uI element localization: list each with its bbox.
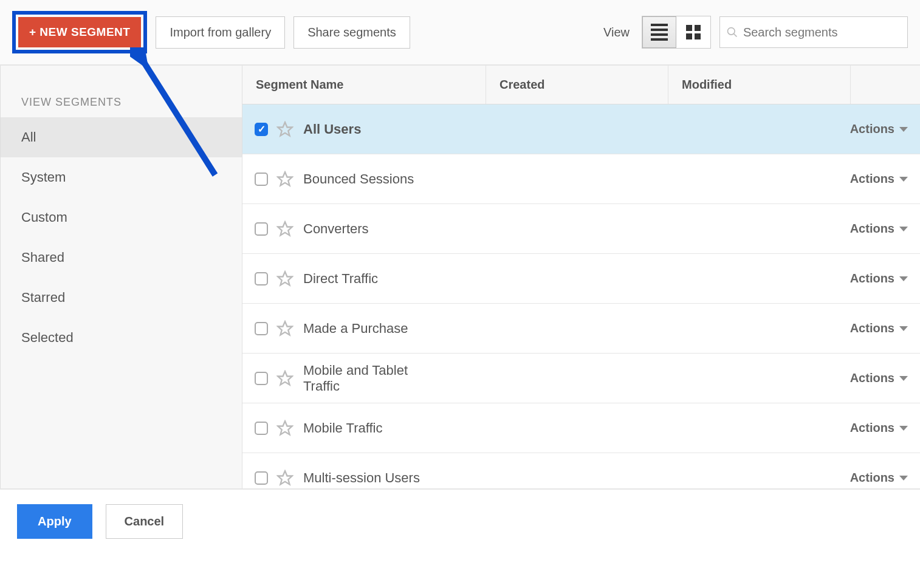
chevron-down-icon xyxy=(899,127,908,132)
import-gallery-button[interactable]: Import from gallery xyxy=(156,16,285,49)
sidebar-item-custom[interactable]: Custom xyxy=(1,197,242,238)
svg-line-1 xyxy=(733,33,736,36)
star-icon[interactable] xyxy=(276,171,294,188)
row-checkbox[interactable] xyxy=(255,222,268,236)
column-headers: Segment Name Created Modified xyxy=(242,66,920,104)
sidebar-item-system[interactable]: System xyxy=(1,157,242,197)
view-label: View xyxy=(603,26,630,39)
search-icon xyxy=(726,26,738,39)
segment-rows: ✓All UsersActionsBounced SessionsActions… xyxy=(242,104,920,488)
segment-name: Made a Purchase xyxy=(303,321,408,337)
star-icon[interactable] xyxy=(276,121,294,138)
svg-marker-8 xyxy=(278,421,292,434)
col-actions xyxy=(850,66,920,104)
sidebar-item-all[interactable]: All xyxy=(1,117,242,157)
new-segment-highlight: + NEW SEGMENT xyxy=(12,11,147,53)
star-icon[interactable] xyxy=(276,270,294,287)
view-toggle xyxy=(642,16,711,49)
segment-name: Direct Traffic xyxy=(303,271,378,287)
star-icon[interactable] xyxy=(276,420,294,437)
actions-menu[interactable]: Actions xyxy=(850,321,908,335)
actions-menu[interactable]: Actions xyxy=(850,222,908,236)
chevron-down-icon xyxy=(899,476,908,480)
main: VIEW SEGMENTS AllSystemCustomSharedStarr… xyxy=(0,66,920,488)
actions-menu[interactable]: Actions xyxy=(850,371,908,385)
table-row[interactable]: Mobile TrafficActions xyxy=(242,403,920,453)
svg-marker-6 xyxy=(278,321,292,335)
actions-menu[interactable]: Actions xyxy=(850,272,908,285)
table-row[interactable]: Direct TrafficActions xyxy=(242,254,920,304)
segment-name: Bounced Sessions xyxy=(303,171,414,187)
sidebar-item-starred[interactable]: Starred xyxy=(1,278,242,318)
star-icon[interactable] xyxy=(276,320,294,337)
actions-menu[interactable]: Actions xyxy=(850,471,908,485)
table-row[interactable]: ✓All UsersActions xyxy=(242,104,920,154)
share-segments-button[interactable]: Share segments xyxy=(294,16,410,49)
actions-menu[interactable]: Actions xyxy=(850,172,908,186)
grid-view-button[interactable] xyxy=(676,16,710,48)
footer: Apply Cancel xyxy=(0,488,920,553)
row-checkbox[interactable] xyxy=(255,322,268,335)
apply-button[interactable]: Apply xyxy=(17,504,92,539)
list-icon xyxy=(651,24,668,41)
svg-marker-7 xyxy=(278,371,292,385)
star-icon[interactable] xyxy=(276,220,294,238)
toolbar: + NEW SEGMENT Import from gallery Share … xyxy=(0,0,920,66)
actions-menu[interactable]: Actions xyxy=(850,421,908,435)
grid-icon xyxy=(686,25,701,39)
table-row[interactable]: ConvertersActions xyxy=(242,204,920,254)
segment-name: All Users xyxy=(303,121,361,137)
chevron-down-icon xyxy=(899,326,908,331)
svg-marker-5 xyxy=(278,272,292,285)
star-icon[interactable] xyxy=(276,370,294,387)
chevron-down-icon xyxy=(899,227,908,231)
row-checkbox[interactable] xyxy=(255,272,268,285)
svg-marker-4 xyxy=(278,222,292,235)
sidebar: VIEW SEGMENTS AllSystemCustomSharedStarr… xyxy=(1,66,242,488)
search-input[interactable] xyxy=(743,26,901,39)
segment-name: Converters xyxy=(303,221,369,237)
search-box[interactable] xyxy=(719,16,908,48)
row-checkbox[interactable] xyxy=(255,422,268,435)
col-created: Created xyxy=(486,66,668,104)
row-checkbox[interactable] xyxy=(255,372,268,385)
new-segment-button[interactable]: + NEW SEGMENT xyxy=(18,17,141,47)
col-modified: Modified xyxy=(668,66,850,104)
table-row[interactable]: Made a PurchaseActions xyxy=(242,304,920,354)
chevron-down-icon xyxy=(899,276,908,281)
svg-marker-9 xyxy=(278,471,292,484)
segment-name: Mobile and Tablet Traffic xyxy=(303,363,437,394)
col-segment-name: Segment Name xyxy=(242,66,486,104)
table-row[interactable]: Bounced SessionsActions xyxy=(242,154,920,204)
list-view-button[interactable] xyxy=(642,16,676,48)
content: Segment Name Created Modified ✓All Users… xyxy=(242,66,920,488)
row-checkbox[interactable] xyxy=(255,471,268,485)
chevron-down-icon xyxy=(899,426,908,431)
segment-name: Mobile Traffic xyxy=(303,420,382,436)
table-row[interactable]: Mobile and Tablet TrafficActions xyxy=(242,354,920,403)
segment-name: Multi-session Users xyxy=(303,470,420,486)
star-icon[interactable] xyxy=(276,470,294,487)
chevron-down-icon xyxy=(899,177,908,182)
svg-marker-3 xyxy=(278,172,292,185)
cancel-button[interactable]: Cancel xyxy=(106,504,184,539)
actions-menu[interactable]: Actions xyxy=(850,122,908,136)
svg-marker-2 xyxy=(278,122,292,135)
row-checkbox[interactable]: ✓ xyxy=(255,123,268,136)
svg-point-0 xyxy=(727,28,735,35)
sidebar-header: VIEW SEGMENTS xyxy=(1,87,242,117)
table-row[interactable]: Multi-session UsersActions xyxy=(242,453,920,488)
row-checkbox[interactable] xyxy=(255,173,268,186)
sidebar-item-selected[interactable]: Selected xyxy=(1,318,242,358)
sidebar-item-shared[interactable]: Shared xyxy=(1,238,242,278)
chevron-down-icon xyxy=(899,376,908,381)
